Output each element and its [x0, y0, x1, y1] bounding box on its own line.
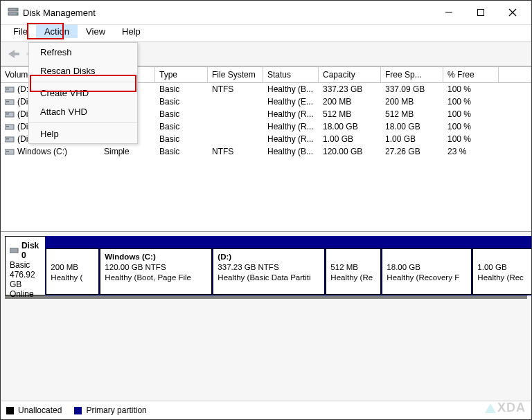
- partition-status: Healthy (Recovery F: [387, 273, 459, 282]
- partition[interactable]: 18.00 GBHealthy (Recovery F: [382, 248, 472, 295]
- svg-rect-16: [5, 125, 14, 129]
- vol-free: 200 MB: [381, 95, 443, 108]
- col-capacity[interactable]: Capacity: [319, 67, 381, 82]
- partition-size: 1.00 GB: [477, 263, 506, 271]
- vol-capacity: 200 MB: [319, 95, 381, 108]
- watermark: XDA: [485, 401, 526, 415]
- vol-pct: 100 %: [443, 120, 499, 133]
- svg-rect-13: [6, 101, 9, 102]
- vol-fs: [208, 120, 263, 133]
- vol-capacity: 337.23 GB: [319, 83, 381, 95]
- vol-pct: 23 %: [443, 145, 499, 158]
- svg-rect-5: [478, 10, 484, 16]
- vol-pct: 100 %: [443, 133, 499, 145]
- vol-status: Healthy (R...: [263, 108, 319, 120]
- menu-action[interactable]: Action: [36, 25, 78, 38]
- svg-rect-20: [5, 149, 14, 154]
- vol-type: Basic: [155, 83, 208, 95]
- partition[interactable]: 512 MBHealthy (Re: [326, 248, 381, 295]
- minimize-button[interactable]: [433, 1, 465, 24]
- col-type[interactable]: Type: [155, 67, 208, 82]
- menu-separator: [29, 122, 137, 123]
- partition-size: 18.00 GB: [387, 263, 420, 271]
- menu-bar: File Action View Help: [1, 25, 531, 42]
- partition-strip: 200 MBHealthy (Windows (C:)120.00 GB NTF…: [45, 236, 531, 295]
- back-button[interactable]: [5, 46, 21, 62]
- menu-file[interactable]: File: [5, 25, 36, 38]
- svg-rect-10: [5, 87, 14, 92]
- vol-layout: Simple: [100, 145, 155, 158]
- partition[interactable]: 200 MBHealthy (: [46, 248, 99, 295]
- legend-unallocated: Unallocated: [6, 405, 62, 415]
- legend: Unallocated Primary partition: [1, 401, 531, 419]
- vol-type: Basic: [155, 95, 208, 108]
- vol-capacity: 1.00 GB: [319, 133, 381, 145]
- col-spacer: [499, 67, 531, 82]
- menu-help[interactable]: Help: [114, 25, 149, 38]
- primary-swatch: [74, 407, 82, 414]
- svg-rect-19: [6, 138, 9, 140]
- svg-point-2: [16, 9, 17, 10]
- vol-fs: NTFS: [208, 83, 263, 95]
- title-bar: Disk Management: [1, 1, 531, 25]
- close-button[interactable]: [497, 1, 529, 24]
- table-row[interactable]: Windows (C:)SimpleBasicNTFSHealthy (B...…: [1, 145, 531, 158]
- volume-icon: [5, 110, 15, 118]
- partition[interactable]: Windows (C:)120.00 GB NTFSHealthy (Boot,…: [100, 248, 212, 295]
- svg-rect-18: [5, 137, 14, 142]
- vol-status: Healthy (R...: [263, 133, 319, 145]
- partition-size: 512 MB: [330, 263, 358, 271]
- svg-rect-17: [6, 126, 9, 127]
- vol-free: 27.26 GB: [381, 145, 443, 158]
- vol-status: Healthy (B...: [263, 83, 319, 95]
- menu-help-item[interactable]: Help: [29, 125, 137, 143]
- app-icon: [8, 7, 19, 18]
- partition-title: Windows (C:): [105, 253, 155, 261]
- menu-attach-vhd[interactable]: Attach VHD: [29, 102, 137, 121]
- vol-free: 512 MB: [381, 108, 443, 120]
- disk-state: Online: [10, 289, 41, 299]
- svg-rect-14: [5, 112, 14, 117]
- vol-fs: [208, 108, 263, 120]
- svg-rect-8: [14, 53, 19, 55]
- disk-type: Basic: [10, 260, 41, 270]
- svg-point-3: [16, 13, 17, 15]
- volume-icon: [5, 85, 15, 93]
- partition-size: 337.23 GB NTFS: [218, 263, 278, 271]
- vol-status: Healthy (B...: [263, 145, 319, 158]
- menu-separator: [29, 82, 137, 82]
- partition-status: Healthy (: [51, 273, 82, 282]
- volume-icon: [5, 135, 15, 143]
- menu-create-vhd[interactable]: Create VHD: [29, 84, 137, 102]
- svg-rect-11: [6, 89, 9, 90]
- svg-rect-15: [6, 113, 9, 115]
- menu-rescan-disks[interactable]: Rescan Disks: [29, 62, 137, 80]
- unallocated-swatch: [6, 407, 14, 414]
- partition-status: Healthy (Rec: [477, 273, 523, 282]
- menu-refresh[interactable]: Refresh: [29, 43, 137, 62]
- vol-capacity: 18.00 GB: [319, 120, 381, 133]
- vol-fs: [208, 133, 263, 145]
- volume-icon: [5, 98, 15, 106]
- col-status[interactable]: Status: [263, 67, 319, 82]
- partition-size: 200 MB: [51, 263, 78, 271]
- disk-map-pane: Disk 0 Basic 476.92 GB Online 200 MBHeal…: [1, 231, 531, 419]
- disk-info[interactable]: Disk 0 Basic 476.92 GB Online: [5, 236, 45, 295]
- action-dropdown: Refresh Rescan Disks Create VHD Attach V…: [28, 42, 138, 144]
- vol-free: 18.00 GB: [381, 120, 443, 133]
- partition[interactable]: 1.00 GBHealthy (Rec: [472, 248, 531, 295]
- vol-type: Basic: [155, 145, 208, 158]
- menu-view[interactable]: View: [78, 25, 114, 38]
- partition[interactable]: (D:)337.23 GB NTFSHealthy (Basic Data Pa…: [213, 248, 325, 295]
- maximize-button[interactable]: [465, 1, 497, 24]
- partition-size: 120.00 GB NTFS: [105, 263, 166, 271]
- partition-status: Healthy (Boot, Page File: [105, 273, 191, 282]
- col-free-space[interactable]: Free Sp...: [381, 67, 443, 82]
- col-pct-free[interactable]: % Free: [443, 67, 499, 82]
- vol-pct: 100 %: [443, 83, 499, 95]
- vol-fs: [208, 95, 263, 108]
- col-filesystem[interactable]: File System: [208, 67, 263, 82]
- vol-capacity: 120.00 GB: [319, 145, 381, 158]
- vol-status: Healthy (E...: [263, 95, 319, 108]
- svg-rect-21: [6, 151, 9, 152]
